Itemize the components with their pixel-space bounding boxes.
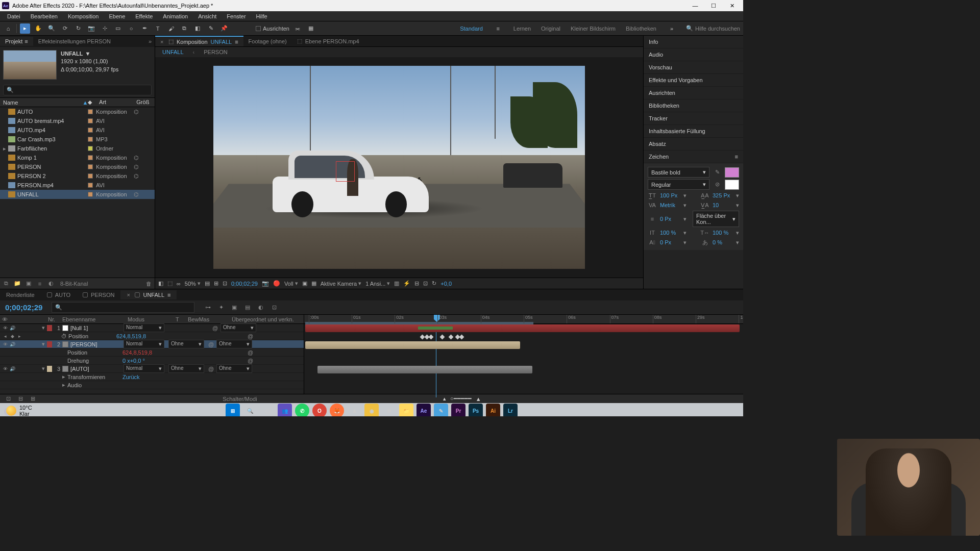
timeline-search[interactable]: 🔍 (52, 302, 194, 313)
baseline-value[interactable]: 0 Px (660, 239, 680, 245)
stroke-color-swatch[interactable] (725, 180, 739, 190)
panel-bibliotheken[interactable]: Bibliotheken (644, 99, 743, 112)
delete-button[interactable]: 🗑 (144, 280, 153, 288)
explorer-icon[interactable]: 📁 (399, 404, 413, 416)
panel-vorschau[interactable]: Vorschau (644, 61, 743, 74)
task-view-button[interactable]: ▢ (260, 404, 275, 416)
close-icon[interactable]: × (127, 292, 132, 298)
timeline-property-row[interactable]: ▸ Audio (0, 381, 304, 389)
ws-kleiner[interactable]: Kleiner Bildschirm (571, 26, 616, 32)
teams-icon[interactable]: 👥 (278, 404, 292, 416)
tl-tab-person[interactable]: PERSON (77, 290, 120, 299)
timeline-ruler[interactable]: :00s01s02s03s04s05s06s07s08s29s10s (304, 315, 743, 324)
timeline-property-row[interactable]: Position 624,8,519,8 @ (0, 348, 304, 357)
reset-exposure-button[interactable]: ↻ (432, 280, 436, 287)
eraser-tool[interactable]: ◧ (192, 23, 203, 34)
minimize-button[interactable]: — (686, 0, 704, 11)
new-folder-button[interactable]: 📁 (13, 280, 21, 288)
bpc-button[interactable]: ≡ (36, 280, 44, 288)
project-search[interactable]: 🔍 (3, 85, 152, 95)
zoom-out-icon[interactable]: ▴ (443, 395, 446, 402)
ellipse-tool[interactable]: ○ (126, 23, 136, 34)
hamburger-icon[interactable]: ≡ (735, 154, 738, 160)
track-person[interactable] (305, 341, 520, 349)
interpret-button[interactable]: ⧉ (2, 280, 10, 288)
orbit-tool[interactable]: ⟳ (60, 23, 70, 34)
panel-fuellung[interactable]: Inhaltsbasierte Füllung (644, 125, 743, 138)
brush-tool[interactable]: 🖌 (166, 23, 176, 34)
ai-taskbar-icon[interactable]: Ai (486, 404, 500, 416)
comp-tab-ebene[interactable]: ⬚Ebene PERSON.mp4 (292, 36, 364, 46)
snapshot-button[interactable]: 📷 (262, 280, 269, 287)
roto-tool[interactable]: ✎ (206, 23, 216, 34)
ws-more-icon[interactable]: » (667, 23, 677, 34)
mask-toggle[interactable]: ⬚ (167, 280, 173, 287)
marker[interactable] (436, 349, 436, 358)
keyframe-region[interactable] (418, 327, 453, 330)
obs-icon[interactable]: ⚙ (382, 404, 396, 416)
project-row[interactable]: Car Crash.mp3 MP3 (0, 135, 155, 144)
tl-draft3d-button[interactable]: ▣ (229, 303, 239, 313)
keyframe[interactable] (459, 335, 464, 340)
col-grob[interactable]: Größ (136, 99, 152, 106)
switches-modes-label[interactable]: Schalter/Modi (41, 396, 439, 402)
transparency-toggle[interactable]: ▦ (311, 280, 316, 287)
menu-datei[interactable]: Datei (2, 12, 26, 20)
projekt-tab[interactable]: Projekt≡ (0, 37, 33, 46)
fast-preview-button[interactable]: ⚡ (403, 280, 410, 287)
font-dropdown[interactable]: Bastile bold▾ (648, 167, 709, 178)
menu-hilfe[interactable]: Hilfe (251, 12, 273, 20)
ws-standard[interactable]: Standard (460, 26, 483, 32)
tracking-value[interactable]: 10 (713, 202, 733, 208)
panel-audio[interactable]: Audio (644, 48, 743, 61)
snap-pixel-icon[interactable]: ▦ (306, 23, 316, 34)
viewer-canvas[interactable]: ↖ (213, 66, 585, 269)
keyframe[interactable] (429, 335, 434, 340)
tl-frameblend-button[interactable]: ▤ (242, 303, 253, 313)
start-button[interactable]: ⊞ (226, 404, 240, 416)
channel-toggle[interactable]: 🔴 (273, 280, 280, 287)
track-auto[interactable] (317, 366, 532, 373)
tl-tree-button[interactable]: ⊶ (203, 303, 213, 313)
home-button[interactable]: ⌂ (3, 23, 13, 34)
hand-tool[interactable]: ✋ (33, 23, 43, 34)
no-stroke-icon[interactable]: ⊘ (713, 181, 722, 189)
zoom-slider[interactable]: ○━━━━━ (450, 395, 472, 402)
opera-icon[interactable]: O (312, 404, 327, 416)
zoom-tool[interactable]: 🔍 (46, 23, 57, 34)
fill-color-swatch[interactable] (725, 167, 739, 178)
ausrichten-checkbox[interactable]: Ausrichten (256, 26, 289, 32)
timeline-property-row[interactable]: Drehung 0 x+0,0 ° @ (0, 357, 304, 365)
col-name[interactable]: Name▲ (3, 99, 88, 106)
marker[interactable] (436, 382, 436, 390)
tl-in-out-button[interactable]: ⊞ (28, 394, 38, 404)
project-row[interactable]: PERSON.mp4 AVI (0, 181, 155, 190)
adjust-button[interactable]: ◐ (47, 280, 55, 288)
timeline-layer-row[interactable]: 👁🔊 ▾ 1 [Null 1] Normal▾ @ Ohne▾ (0, 324, 304, 332)
subtab-person[interactable]: PERSON (201, 48, 230, 56)
subtab-unfall[interactable]: UNFALL (159, 48, 187, 56)
bit-depth-label[interactable]: 8-Bit-Kanal (60, 281, 88, 287)
app-icon-3[interactable]: ✎ (434, 404, 448, 416)
ws-menu-icon[interactable]: ≡ (493, 23, 503, 34)
col-label[interactable]: ◆ (88, 99, 99, 106)
comp-tab-footage[interactable]: Footage (ohne) (243, 37, 292, 46)
puppet-tool[interactable]: 📌 (219, 23, 229, 34)
resolution-dropdown[interactable]: Voll▾ (284, 280, 298, 287)
marker[interactable] (436, 374, 436, 382)
keyframe[interactable] (448, 335, 453, 340)
comp-viewer[interactable]: ↖ (155, 57, 643, 278)
snap-icon[interactable]: ⫘ (292, 23, 303, 34)
kerning-value[interactable]: Metrik (660, 202, 680, 208)
ws-original[interactable]: Original (541, 26, 560, 32)
project-row[interactable]: PERSON 2 Komposition ⌬ (0, 171, 155, 181)
zoom-dropdown[interactable]: 50%▾ (185, 280, 201, 287)
font-size-value[interactable]: 100 Px (660, 192, 680, 198)
tl-tab-unfall[interactable]: ×UNFALL≡ (120, 290, 177, 299)
timeline-track-area[interactable]: :00s01s02s03s04s05s06s07s08s29s10s (304, 315, 743, 394)
tsume-value[interactable]: 0 % (713, 239, 733, 245)
menu-animation[interactable]: Animation (158, 12, 193, 20)
maximize-button[interactable]: ☐ (704, 0, 723, 11)
clone-tool[interactable]: ⧉ (179, 23, 189, 34)
timeline-layer-row[interactable]: 👁🔊 ▾ 3 [AUTO] Normal▾ Ohne▾ @ Ohne▾ (0, 365, 304, 373)
